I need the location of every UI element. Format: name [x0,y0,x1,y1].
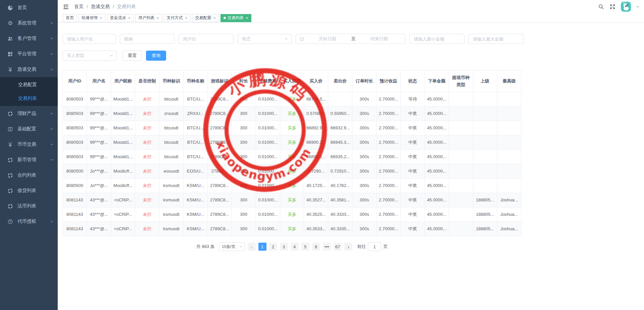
table-cell: 300 [232,121,256,135]
page-ellipsis[interactable]: ••• [323,243,331,251]
page-button[interactable]: 6 [312,243,320,251]
close-icon[interactable]: × [156,16,159,20]
max-amount-input[interactable] [468,34,524,44]
table-cell: Moodd1... [111,106,135,121]
date-range-picker[interactable]: 开始日期 至 结束日期 [296,34,405,44]
table-cell: 43***@... [87,207,111,222]
table-cell: 188805... [473,193,497,207]
tab-active[interactable]: 交易列表× [220,14,251,22]
gear-icon: ⚙ [7,20,13,26]
table-cell: ZRX/U... [183,106,207,121]
table-cell: 0.01000... [256,92,280,106]
column-header: 用户昵称 [111,70,135,92]
table-cell: 66890.2... [304,149,328,164]
reset-button[interactable]: 重置 [122,51,142,61]
user-id-input[interactable] [179,34,234,44]
tab-label: 首页 [66,15,74,21]
sidebar-item[interactable]: 首页 [0,0,58,15]
sidebar-item[interactable]: ⚙系统管理 [0,15,58,31]
dropdown-caret-icon[interactable] [636,6,639,9]
page-button[interactable]: 2 [269,243,277,251]
prev-page-button[interactable]: ‹ [248,243,256,251]
table-cell: 8081143 [63,207,87,222]
table-cell: 2.70000... [377,121,401,135]
tab-item[interactable]: 资金流水× [107,14,134,22]
close-icon[interactable]: × [100,16,102,20]
chevron-down-icon [50,21,54,25]
sidebar-item[interactable]: 代币授权 [0,214,58,229]
page-button[interactable]: 5 [301,243,309,251]
search-button[interactable]: 查询 [146,51,166,61]
tab-label: 用户列表 [138,15,154,21]
sidebar-item[interactable]: 客户管理 [0,31,58,46]
min-amount-input[interactable] [409,34,464,44]
page-button[interactable]: 1 [258,243,266,251]
table-cell: Moodd1... [111,92,135,106]
table-cell: Moo8cff... [111,178,135,193]
table-cell: 40.3335... [328,222,352,236]
sidebar-item[interactable]: 理财产品 [0,106,58,121]
coin-icon [7,203,13,209]
table-cell: 0.01000... [256,149,280,164]
tab-item[interactable]: 轮播管理× [79,14,105,22]
close-icon[interactable]: × [213,16,216,20]
table-cell [473,178,497,193]
tab-item[interactable]: 用户列表× [135,14,162,22]
next-page-button[interactable]: › [344,243,352,251]
table-row: 808114343***@...<sCRiP...未控ksmusdtKSM/U.… [63,193,521,207]
page-button[interactable]: 4 [291,243,299,251]
breadcrumb-item[interactable]: 急速交易 [91,4,110,10]
search-icon[interactable] [598,4,604,10]
avatar[interactable] [621,2,631,12]
book-icon [7,126,13,132]
sidebar-item[interactable]: 基础配置 [0,121,58,137]
table-cell: 买多 [280,135,304,149]
fullscreen-icon[interactable] [609,4,615,10]
column-header: 用户ID [63,70,87,92]
column-header: 下单金额 [425,70,449,92]
sidebar-item[interactable]: 借贷列表 [0,183,58,198]
goto-page-input[interactable] [368,242,381,251]
topbar: 首页/急速交易/交易列表 [58,0,644,13]
table-cell [497,149,521,164]
tab-item[interactable]: 首页 [63,14,77,22]
table-cell: 买多 [280,164,304,178]
page-size-select[interactable]: 10条/页 [219,242,245,251]
sidebar-item[interactable]: 新币管理 [0,152,58,168]
menu-fold-icon[interactable] [63,4,69,10]
pagination: 共 663 条10条/页‹123456•••67›前往页 [62,242,522,251]
tab-item[interactable]: 交易配置× [192,14,219,22]
sidebar-item[interactable]: 币币交易 [0,137,58,152]
table-cell: Joshua... [497,193,521,207]
table-cell [449,164,473,178]
sidebar-item[interactable]: 合约列表 [0,168,58,183]
sidebar-item[interactable]: 平台管理 [0,46,58,62]
table-cell [473,135,497,149]
breadcrumb-item[interactable]: 首页 [74,4,84,10]
nickname-input[interactable] [120,34,175,44]
sidebar-subitem[interactable]: 交易列表 [0,91,58,105]
table-cell: 0.01000... [256,193,280,207]
table-cell: Moo8cff... [111,164,135,178]
sidebar-item-label: 借贷列表 [17,188,36,194]
buy-type-select[interactable]: 买入类型 [62,51,117,61]
sidebar-item[interactable]: 急速交易 [0,62,58,77]
page-button[interactable]: 3 [280,243,288,251]
username-input[interactable] [62,34,116,44]
sidebar-item[interactable]: 法币列表 [0,198,58,214]
tab-item[interactable]: 支付方式× [164,14,191,22]
table-cell: 未控 [135,121,159,135]
table-cell: 45.0000... [425,193,449,207]
sidebar-subitem[interactable]: 交易配置 [0,78,58,91]
status-select[interactable]: 状态 [238,34,292,44]
token-icon [7,219,13,225]
page-button[interactable]: 67 [334,243,342,251]
table-cell: 300s [352,193,377,207]
table-cell: 66945.3... [328,135,352,149]
table-row: 808050399***@...Moodd1...未控zrxusdtZRX/U.… [63,106,521,121]
table-cell: 300s [352,222,377,236]
column-header: 买入类型 [280,70,304,92]
close-icon[interactable]: × [246,16,248,20]
close-icon[interactable]: × [185,16,188,20]
close-icon[interactable]: × [128,16,131,20]
